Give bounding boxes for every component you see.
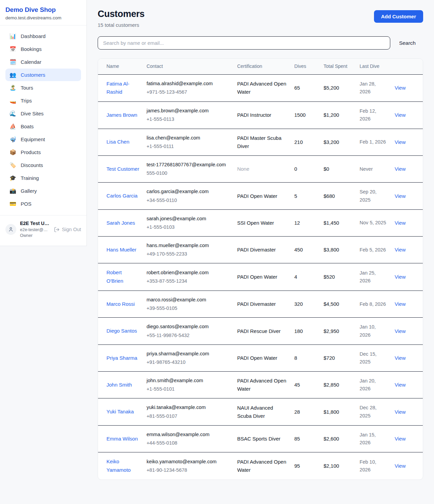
customer-name-link[interactable]: Emma Wilson	[106, 435, 138, 443]
customer-email: hans.mueller@example.com	[146, 242, 230, 249]
customer-certification: PADI Master Scuba Diver	[234, 129, 291, 155]
customer-last-dive: Jan 20, 2026	[356, 372, 391, 398]
customer-name-link[interactable]: Diego Santos	[106, 327, 137, 335]
view-customer-link[interactable]: View	[395, 193, 406, 199]
sidebar-nav: 📊 Dashboard 📅 Bookings 🗓️ Calendar 👥 Cus…	[0, 25, 86, 215]
column-header-actions	[391, 59, 423, 74]
sign-out-icon	[54, 227, 60, 232]
customer-dives: 450	[291, 237, 320, 263]
customer-name-link[interactable]: Robert O'Brien	[106, 268, 140, 285]
sidebar-user-section: E2E Test U… e2e-tester@… Owner Sign Out	[0, 215, 86, 244]
view-customer-link[interactable]: View	[395, 409, 406, 415]
sidebar-item-tours[interactable]: 🏝️ Tours	[5, 81, 81, 94]
sidebar-item-dashboard[interactable]: 📊 Dashboard	[5, 30, 81, 42]
table-row: Fatima Al-Rashid fatima.alrashid@example…	[98, 74, 423, 102]
sidebar-item-trips[interactable]: 🚤 Trips	[5, 94, 81, 107]
view-customer-link[interactable]: View	[395, 328, 406, 334]
sidebar-item-dive-sites[interactable]: 🌊 Dive Sites	[5, 107, 81, 120]
user-email: e2e-tester@…	[20, 227, 50, 233]
customer-phone: 555-0100	[146, 169, 230, 177]
customer-email: carlos.garcia@example.com	[146, 188, 230, 195]
sidebar-item-gallery[interactable]: 📸 Gallery	[5, 185, 81, 197]
dashboard-icon: 📊	[9, 34, 16, 39]
customer-email: james.brown@example.com	[146, 107, 230, 115]
customer-name-link[interactable]: Sarah Jones	[106, 219, 135, 227]
customer-email: yuki.tanaka@example.com	[146, 404, 230, 411]
search-button[interactable]: Search	[399, 40, 416, 46]
customer-name-link[interactable]: John Smith	[106, 381, 132, 389]
brand-header: Demo Dive Shop demo.test.divestreams.com	[0, 0, 86, 25]
view-customer-link[interactable]: View	[395, 355, 406, 361]
table-row: Test Customer test-1772681807767@example…	[98, 155, 423, 182]
customers-icon: 👥	[9, 72, 16, 78]
customer-name-link[interactable]: Keiko Yamamoto	[106, 458, 140, 474]
sidebar-item-pos[interactable]: 💳 POS	[5, 198, 81, 210]
sidebar-item-calendar[interactable]: 🗓️ Calendar	[5, 56, 81, 68]
table-row: Marco Rossi marco.rossi@example.com +39-…	[98, 291, 423, 317]
customer-name-link[interactable]: Hans Mueller	[106, 246, 136, 254]
view-customer-link[interactable]: View	[395, 436, 406, 442]
customer-certification: PADI Divemaster	[234, 291, 291, 317]
table-row: Lisa Chen lisa.chen@example.com +1-555-0…	[98, 129, 423, 155]
customer-phone: +81-555-0107	[146, 412, 230, 420]
table-row: Emma Wilson emma.wilson@example.com +44-…	[98, 425, 423, 452]
customer-name-link[interactable]: Fatima Al-Rashid	[106, 80, 140, 97]
view-customer-link[interactable]: View	[395, 112, 406, 118]
customer-total-spent: $4,500	[320, 291, 356, 317]
search-input[interactable]	[98, 36, 390, 50]
sidebar-item-bookings[interactable]: 📅 Bookings	[5, 43, 81, 55]
page-header: Customers 15 total customers Add Custome…	[98, 9, 423, 28]
sidebar-item-customers[interactable]: 👥 Customers	[5, 69, 81, 81]
sidebar-item-discounts[interactable]: 🏷️ Discounts	[5, 159, 81, 171]
customer-name-link[interactable]: James Brown	[106, 111, 137, 119]
dive-sites-icon: 🌊	[9, 111, 16, 116]
customer-name-link[interactable]: Priya Sharma	[106, 354, 137, 362]
sidebar-item-training[interactable]: 🎓 Training	[5, 172, 81, 184]
add-customer-button[interactable]: Add Customer	[374, 10, 423, 23]
customer-total-spent: $520	[320, 263, 356, 291]
person-icon	[8, 226, 14, 232]
sidebar-item-equipment[interactable]: 🤿 Equipment	[5, 133, 81, 146]
bookings-icon: 📅	[9, 46, 16, 52]
customer-phone: +971-55-123-4567	[146, 88, 230, 96]
customer-name-link[interactable]: Yuki Tanaka	[106, 408, 134, 416]
customer-dives: 1500	[291, 102, 320, 129]
customer-email: fatima.alrashid@example.com	[146, 80, 230, 88]
sign-out-button[interactable]: Sign Out	[54, 227, 81, 232]
table-row: Priya Sharma priya.sharma@example.com +9…	[98, 344, 423, 371]
customer-certification: PADI Advanced Open Water	[234, 452, 291, 480]
customer-dives: 45	[291, 372, 320, 398]
customer-dives: 210	[291, 129, 320, 155]
customer-phone: +1-555-0101	[146, 385, 230, 393]
column-header-contact: Contact	[143, 59, 234, 74]
view-customer-link[interactable]: View	[395, 301, 406, 307]
sign-out-label: Sign Out	[62, 227, 81, 232]
user-meta: E2E Test U… e2e-tester@… Owner	[20, 220, 50, 239]
view-customer-link[interactable]: View	[395, 247, 406, 253]
column-header-total-spent: Total Spent	[320, 59, 356, 74]
products-icon: 📦	[9, 150, 16, 155]
view-customer-link[interactable]: View	[395, 85, 406, 91]
user-name: E2E Test U…	[20, 220, 50, 227]
gallery-icon: 📸	[9, 188, 16, 194]
customer-certification: BSAC Sports Diver	[234, 425, 291, 452]
customer-total-spent: $1,800	[320, 398, 356, 425]
view-customer-link[interactable]: View	[395, 382, 406, 388]
table-row: James Brown james.brown@example.com +1-5…	[98, 102, 423, 129]
view-customer-link[interactable]: View	[395, 139, 406, 145]
view-customer-link[interactable]: View	[395, 463, 406, 469]
view-customer-link[interactable]: View	[395, 274, 406, 280]
customer-phone: +34-555-0110	[146, 197, 230, 204]
customer-name-link[interactable]: Marco Rossi	[106, 300, 135, 309]
sidebar-item-boats[interactable]: ⛵ Boats	[5, 120, 81, 133]
customer-name-link[interactable]: Test Customer	[106, 165, 139, 173]
customer-certification: PADI Advanced Open Water	[234, 74, 291, 102]
customer-name-link[interactable]: Carlos Garcia	[106, 192, 138, 200]
view-customer-link[interactable]: View	[395, 166, 406, 172]
view-customer-link[interactable]: View	[395, 220, 406, 226]
table-row: Hans Mueller hans.mueller@example.com +4…	[98, 237, 423, 263]
sidebar-item-products[interactable]: 📦 Products	[5, 146, 81, 158]
customer-name-link[interactable]: Lisa Chen	[106, 138, 130, 146]
customer-total-spent: $2,600	[320, 425, 356, 452]
sidebar: Demo Dive Shop demo.test.divestreams.com…	[0, 0, 87, 246]
